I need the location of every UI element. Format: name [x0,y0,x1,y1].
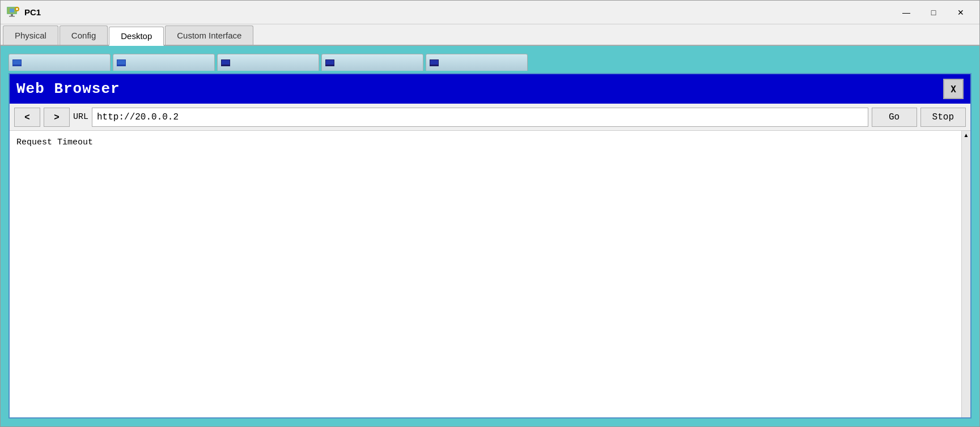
taskbar-app-2[interactable] [113,54,215,71]
tab-config[interactable]: Config [60,25,108,45]
web-browser-window: Web Browser X < > URL Go Stop Request Ti… [9,73,971,419]
minimize-button[interactable]: — [893,4,919,21]
svg-rect-2 [10,8,14,12]
svg-rect-3 [11,14,13,16]
tab-desktop[interactable]: Desktop [109,27,164,46]
app-thumb-icon-2 [117,59,126,66]
taskbar-app-5[interactable] [426,54,528,71]
app-thumb-icon-5 [430,59,439,66]
app-thumb-icon-3 [221,59,230,66]
browser-close-button[interactable]: X [943,79,964,99]
browser-title: Web Browser [16,80,120,97]
url-input[interactable] [92,108,868,127]
tab-physical[interactable]: Physical [3,25,58,45]
svg-rect-7 [13,60,21,65]
title-bar-left: PC1 [6,6,41,19]
window-title: PC1 [24,7,41,17]
stop-button[interactable]: Stop [920,108,966,127]
taskbar-app-3[interactable] [217,54,319,71]
tab-bar: Physical Config Desktop Custom Interface [1,24,979,46]
svg-rect-13 [326,60,334,65]
maximize-button[interactable]: □ [920,4,947,21]
svg-rect-15 [430,60,438,65]
window-controls: — □ ✕ [893,4,974,21]
app-thumb-icon-1 [12,59,22,66]
desktop-area: Web Browser X < > URL Go Stop Request Ti… [6,52,974,421]
app-thumb-icon-4 [325,59,334,66]
tab-custom-interface[interactable]: Custom Interface [165,25,253,45]
content-area: Web Browser X < > URL Go Stop Request Ti… [1,46,979,426]
go-button[interactable]: Go [872,108,917,127]
scroll-up-arrow[interactable]: ▲ [964,132,969,138]
taskbar-app-4[interactable] [321,54,423,71]
request-timeout-text: Request Timeout [16,138,93,147]
browser-nav-bar: < > URL Go Stop [10,104,970,131]
title-bar: PC1 — □ ✕ [1,1,979,24]
url-label: URL [73,112,88,122]
browser-forward-button[interactable]: > [44,108,70,127]
main-window: PC1 — □ ✕ Physical Config Desktop Custom… [0,0,980,427]
pc-icon [6,6,20,19]
svg-rect-9 [117,60,125,65]
svg-rect-11 [222,60,230,65]
close-button[interactable]: ✕ [948,4,974,21]
svg-rect-4 [9,16,15,17]
taskbar-app-1[interactable] [9,54,111,71]
browser-title-bar: Web Browser X [10,74,970,104]
taskbar-top [6,52,974,73]
browser-content: Request Timeout ▲ [10,131,970,417]
browser-back-button[interactable]: < [14,108,40,127]
scrollbar[interactable]: ▲ [961,131,970,417]
